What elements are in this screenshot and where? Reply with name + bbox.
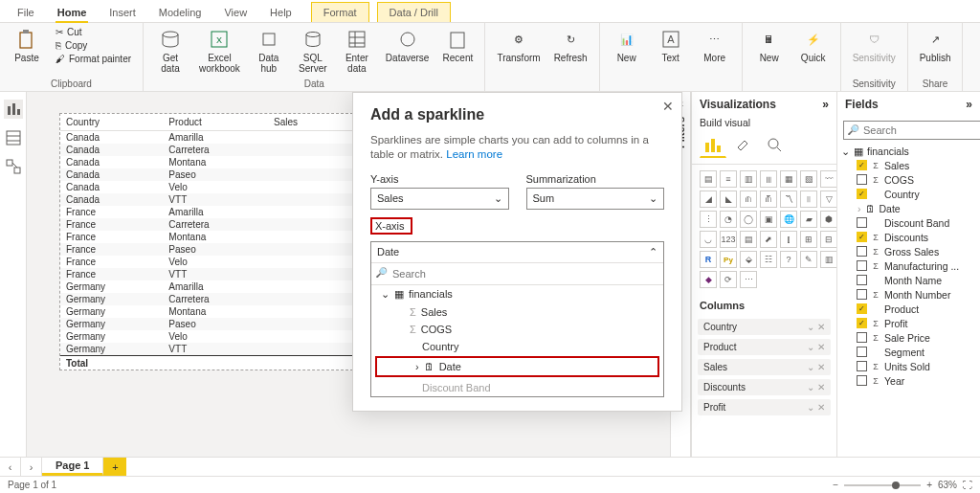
field-date[interactable]: ›🗓Date [841,201,976,215]
learn-more-link[interactable]: Learn more [446,148,502,160]
viz-ribbon[interactable]: 〽 [780,190,797,208]
field-product[interactable]: ✓Product [841,302,976,316]
viz-narrative[interactable]: ✎ [800,251,817,268]
report-canvas[interactable]: Country Product Sales Discounts CanadaAm… [27,92,980,457]
format-painter-button[interactable]: 🖌Format painter [52,53,135,65]
summarization-select[interactable]: Sum⌄ [526,188,665,210]
well-country[interactable]: Country⌄ ✕ [698,319,831,335]
field-profit[interactable]: ✓ΣProfit [841,316,976,330]
field-month-name[interactable]: Month Name [841,273,976,287]
viz-100bar[interactable]: ▦ [780,170,797,188]
viz-clustered-bar[interactable]: ≡ [720,170,737,188]
col-country[interactable]: Country [60,114,163,131]
dataverse-button[interactable]: Dataverse [382,26,434,76]
field-discounts[interactable]: ✓ΣDiscounts [841,230,976,244]
tab-modeling[interactable]: Modeling [147,3,213,22]
field-cogs[interactable]: ΣCOGS [841,172,976,187]
paste-button[interactable]: Paste [8,26,46,65]
field-discount-band[interactable]: Discount Band [841,215,976,230]
add-sheet-button[interactable]: + [103,458,126,476]
excel-button[interactable]: XExcel workbook [195,26,244,76]
viz-key-inf[interactable]: ⬙ [740,251,757,268]
tab-home[interactable]: Home [46,3,99,22]
well-profit[interactable]: Profit⌄ ✕ [698,399,831,415]
sheet-prev[interactable]: ‹ [0,458,21,476]
fields-table-financials[interactable]: ⌄▦financials [837,144,980,158]
tab-help[interactable]: Help [258,3,303,22]
copy-button[interactable]: ⎘Copy [52,39,135,52]
viz-map[interactable]: 🌐 [780,211,797,228]
close-icon[interactable]: ✕ [662,99,674,114]
viz-waterfall[interactable]: ⫴ [800,190,817,208]
build-visual-tab[interactable] [700,131,726,158]
publish-button[interactable]: ↗Publish [916,26,955,65]
field-sale-price[interactable]: ΣSale Price [841,330,976,345]
xaxis-select[interactable]: Date⌃ [371,242,663,263]
more-visual-button[interactable]: ⋯More [696,26,734,65]
report-view-icon[interactable] [4,100,23,119]
viz-multi-card[interactable]: ▤ [740,231,757,248]
field-gross-sales[interactable]: ΣGross Sales [841,244,976,258]
tree-sales[interactable]: ΣSales [371,303,663,321]
viz-more[interactable]: ⋯ [740,271,757,288]
tab-insert[interactable]: Insert [98,3,147,22]
new-measure-button[interactable]: 🖩New [750,26,789,65]
viz-powerapps[interactable]: ◆ [700,271,717,288]
col-product[interactable]: Product [163,114,268,131]
tab-file[interactable]: File [6,3,46,22]
tree-country[interactable]: Country [371,338,663,355]
viz-matrix[interactable]: ⊟ [820,231,837,248]
sql-button[interactable]: SQL Server [294,26,332,76]
data-hub-button[interactable]: Data hub [250,26,288,76]
viz-decomp[interactable]: ☷ [760,251,777,268]
viz-azure-map[interactable]: ⬢ [820,211,837,228]
viz-card[interactable]: 123 [720,231,737,248]
well-product[interactable]: Product⌄ ✕ [698,339,831,355]
yaxis-select[interactable]: Sales⌄ [370,188,509,210]
zoom-in-button[interactable]: + [926,480,932,490]
text-box-button[interactable]: AText [652,26,690,65]
viz-100col[interactable]: ▧ [800,170,817,188]
enter-data-button[interactable]: Enter data [338,26,376,76]
viz-pie[interactable]: ◔ [720,211,737,228]
viz-donut[interactable]: ◯ [740,211,757,228]
viz-line[interactable]: 〰 [820,170,837,188]
viz-automate[interactable]: ⟳ [720,271,737,288]
new-visual-button[interactable]: 📊New [608,26,646,65]
field-units-sold[interactable]: ΣUnits Sold [841,359,976,373]
tab-view[interactable]: View [212,3,258,22]
get-data-button[interactable]: Get data [151,26,189,76]
viz-qna[interactable]: ? [780,251,797,268]
viz-paginated[interactable]: ▥ [820,251,837,268]
viz-table[interactable]: ⊞ [800,231,817,248]
transform-button[interactable]: ⚙Transform [493,26,544,65]
data-view-icon[interactable] [4,128,23,147]
viz-filled-map[interactable]: ▰ [800,211,817,228]
tree-date[interactable]: ›🗓Date [375,356,659,377]
field-sales[interactable]: ✓ΣSales [841,158,976,172]
field-country[interactable]: ✓Country [841,187,976,201]
viz-kpi[interactable]: ⬈ [760,231,777,248]
format-visual-tab[interactable] [730,131,757,158]
zoom-slider[interactable] [844,484,921,486]
tab-format[interactable]: Format [311,2,369,22]
viz-scatter[interactable]: ⋮ [700,211,717,228]
xaxis-search-input[interactable] [371,263,663,285]
fields-search-input[interactable] [843,121,980,140]
field-segment[interactable]: Segment [841,345,976,359]
analytics-tab[interactable] [761,131,788,158]
viz-area[interactable]: ◢ [700,190,717,208]
recent-button[interactable]: Recent [438,26,477,76]
viz-py[interactable]: Py [720,251,737,268]
well-sales[interactable]: Sales⌄ ✕ [698,359,831,375]
field-year[interactable]: ΣYear [841,373,976,388]
model-view-icon[interactable] [4,157,23,176]
viz-slicer[interactable]: ⫿ [780,231,797,248]
viz-line-col2[interactable]: ⫚ [760,190,777,208]
viz-stacked-bar[interactable]: ▤ [700,170,717,188]
viz-line-col[interactable]: ⫙ [740,190,757,208]
tree-cogs[interactable]: ΣCOGS [371,321,663,338]
refresh-button[interactable]: ↻Refresh [550,26,591,65]
viz-treemap[interactable]: ▣ [760,211,777,228]
quick-measure-button[interactable]: ⚡Quick [794,26,833,65]
